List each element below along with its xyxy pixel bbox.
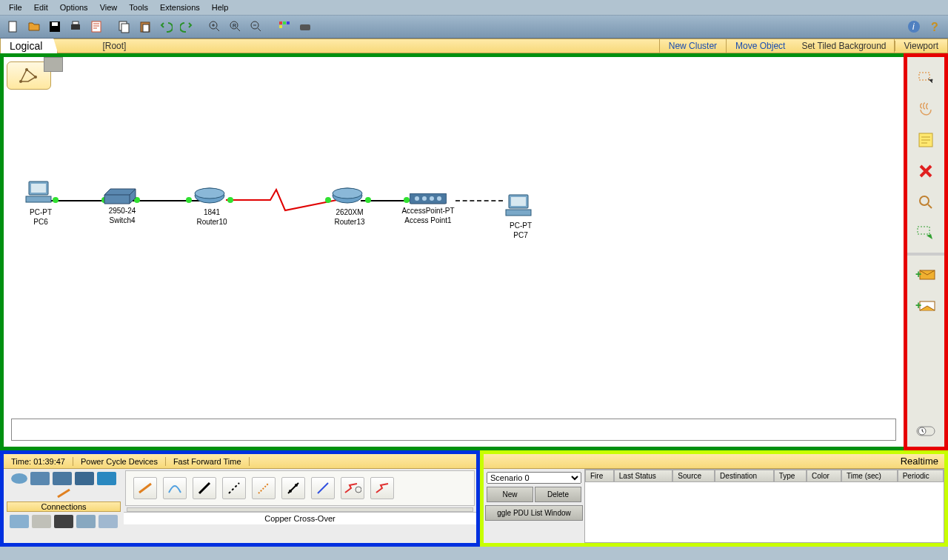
menu-options[interactable]: Options: [54, 1, 94, 13]
col-color[interactable]: Color: [807, 470, 841, 482]
link-status-dot: [186, 197, 192, 203]
device-pc7[interactable]: PC-PT PC7: [504, 193, 537, 239]
routers-category-icon[interactable]: [11, 473, 27, 484]
menu-extensions[interactable]: Extensions: [154, 1, 206, 13]
device-type-icon[interactable]: [76, 515, 96, 528]
menu-view[interactable]: View: [94, 1, 124, 13]
connections-label: Connections: [7, 501, 121, 512]
zoom-reset-icon[interactable]: R: [227, 18, 244, 36]
copper-straight-icon[interactable]: [193, 477, 216, 499]
simulation-mode-clock-icon[interactable]: [911, 419, 941, 442]
link-status-dot: [325, 197, 331, 203]
menu-help[interactable]: Help: [206, 1, 235, 13]
add-complex-pdu-icon[interactable]: +: [911, 294, 941, 318]
device-label: 2620XM: [331, 208, 368, 216]
svg-rect-43: [918, 227, 929, 234]
move-object-link[interactable]: Move Object: [727, 41, 794, 51]
set-tiled-background[interactable]: Set Tiled Background: [794, 41, 893, 51]
serial-dte-icon[interactable]: [370, 477, 394, 499]
col-type[interactable]: Type: [774, 470, 807, 482]
connections-category-icon[interactable]: [97, 472, 116, 485]
svg-text:i: i: [912, 21, 915, 32]
delete-tool-icon[interactable]: [911, 159, 941, 183]
phone-connection-icon[interactable]: [281, 477, 305, 499]
wireless-category-icon[interactable]: [75, 472, 94, 485]
device-router10[interactable]: 1841 Router10: [193, 187, 230, 226]
inspect-tool-icon[interactable]: [911, 190, 941, 214]
logical-workspace[interactable]: PC-PT PC6 2950-24 Switch4 1841 Router10 …: [4, 57, 904, 447]
print-icon[interactable]: [67, 18, 84, 36]
col-last-status[interactable]: Last Status: [614, 470, 673, 482]
info-icon[interactable]: i: [905, 18, 923, 36]
undo-icon[interactable]: [157, 18, 175, 36]
realtime-tab[interactable]: Realtime: [901, 456, 938, 467]
logical-tab[interactable]: Logical: [1, 39, 58, 53]
svg-point-33: [415, 196, 419, 201]
serial-dce-icon[interactable]: [341, 477, 364, 499]
fast-forward-button[interactable]: Fast Forward Time: [166, 457, 250, 466]
col-source[interactable]: Source: [672, 470, 715, 482]
svg-rect-15: [283, 21, 286, 24]
svg-point-42: [920, 196, 929, 205]
switches-category-icon[interactable]: [30, 472, 50, 485]
console-connection-icon[interactable]: [163, 477, 187, 499]
copper-crossover-icon[interactable]: [222, 477, 246, 499]
move-tool-icon[interactable]: [911, 97, 941, 121]
svg-rect-39: [506, 210, 531, 216]
paste-icon[interactable]: [136, 18, 154, 36]
wizard-icon[interactable]: [87, 18, 105, 36]
menu-file[interactable]: File: [3, 1, 28, 13]
device-router13[interactable]: 2620XM Router13: [331, 187, 368, 226]
scenario-delete-button[interactable]: Delete: [535, 487, 581, 502]
help-icon[interactable]: ?: [926, 18, 944, 36]
col-periodic[interactable]: Periodic: [898, 470, 944, 482]
selected-connection-status: Copper Cross-Over: [124, 512, 476, 524]
open-file-icon[interactable]: [25, 18, 43, 36]
description-box[interactable]: [11, 419, 896, 441]
add-simple-pdu-icon[interactable]: +: [911, 263, 941, 287]
coaxial-connection-icon[interactable]: [311, 477, 335, 499]
note-tool-icon[interactable]: [911, 128, 941, 152]
toggle-pdu-list-button[interactable]: ggle PDU List Window: [485, 505, 583, 521]
zoom-out-icon[interactable]: [247, 18, 265, 36]
device-type-icon[interactable]: [54, 515, 73, 528]
resize-tool-icon[interactable]: [911, 221, 941, 245]
realtime-panel: Realtime Scenario 0 New Delete ggle PDU …: [480, 450, 948, 547]
copy-icon[interactable]: [116, 18, 133, 36]
viewport-button[interactable]: Viewport: [895, 41, 947, 51]
palette-icon[interactable]: [276, 18, 293, 36]
redo-icon[interactable]: [178, 18, 196, 36]
device-dialog-icon[interactable]: [296, 18, 314, 36]
device-type-icon[interactable]: [99, 515, 118, 528]
device-pc6[interactable]: PC-PT PC6: [24, 180, 57, 226]
menu-edit[interactable]: Edit: [28, 1, 54, 13]
power-cycle-button[interactable]: Power Cycle Devices: [73, 457, 166, 466]
breadcrumb-root[interactable]: [Root]: [58, 41, 170, 51]
device-access-point1[interactable]: AccessPoint-PT Access Point1: [399, 193, 457, 224]
device-label: AccessPoint-PT: [399, 207, 457, 215]
svg-rect-27: [26, 196, 51, 202]
hubs-category-icon[interactable]: [53, 472, 72, 485]
select-tool-icon[interactable]: [911, 66, 941, 90]
svg-rect-38: [511, 197, 526, 206]
svg-rect-4: [73, 21, 79, 24]
new-file-icon[interactable]: [4, 18, 22, 36]
auto-connection-icon[interactable]: [133, 477, 157, 499]
device-name: PC6: [24, 218, 57, 226]
cluster-shadow: [44, 57, 63, 72]
scenario-new-button[interactable]: New: [487, 487, 533, 502]
new-cluster-link[interactable]: New Cluster: [660, 41, 726, 51]
fiber-connection-icon[interactable]: [252, 477, 276, 499]
device-type-icon[interactable]: [10, 515, 29, 528]
col-fire[interactable]: Fire: [585, 470, 614, 482]
save-file-icon[interactable]: [46, 18, 64, 36]
device-switch4[interactable]: 2950-24 Switch4: [103, 187, 141, 224]
col-time[interactable]: Time (sec): [841, 470, 898, 482]
scenario-select[interactable]: Scenario 0: [487, 472, 581, 484]
zoom-in-icon[interactable]: [206, 18, 224, 36]
col-destination[interactable]: Destination: [715, 470, 774, 482]
device-type-icon[interactable]: [32, 515, 51, 528]
menu-tools[interactable]: Tools: [123, 1, 154, 13]
end-devices-category-icon[interactable]: [56, 488, 71, 499]
bottom-panels: Time: 01:39:47 Power Cycle Devices Fast …: [0, 450, 948, 547]
